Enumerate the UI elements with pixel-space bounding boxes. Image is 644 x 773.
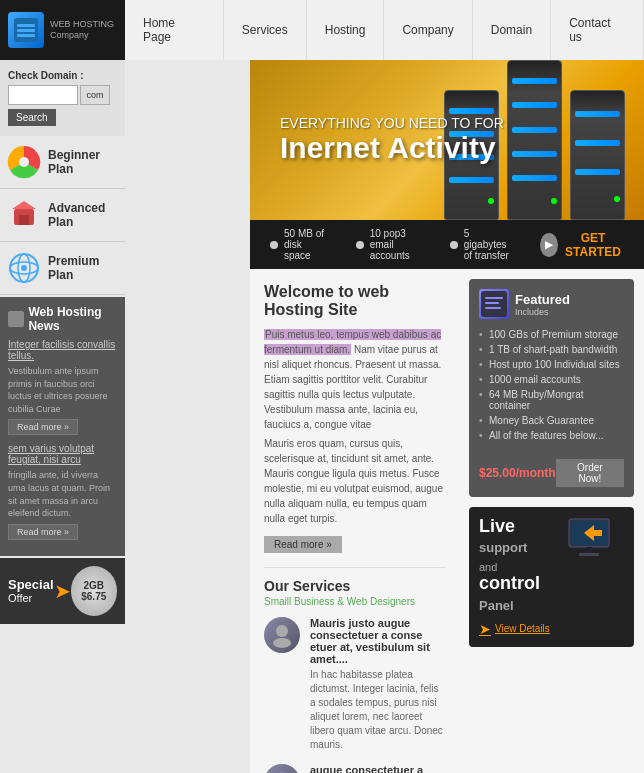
- logo-title: WEB HOSTING: [50, 19, 114, 30]
- nav-home[interactable]: Home Page: [125, 0, 224, 60]
- domain-ext: com: [80, 85, 110, 105]
- svg-rect-23: [485, 297, 503, 299]
- service-content-1: Mauris justo augue consectetuer a conse …: [310, 617, 445, 752]
- server-light: [614, 196, 620, 202]
- hero-banner: EVERYTHING YOU NEED TO FOR Inernet Activ…: [250, 60, 644, 220]
- view-arrow-icon: ➤: [479, 621, 491, 637]
- featured-item-1: 100 GBs of Premium storage: [479, 327, 624, 342]
- premium-plan-label: Premium Plan: [48, 254, 119, 282]
- control-text: control Panel: [479, 573, 564, 615]
- hero-subtitle: EVERYTHING YOU NEED TO FOR: [280, 115, 504, 131]
- featured-header: Featured Includes: [479, 289, 624, 319]
- feature-bullet: [450, 241, 458, 249]
- svg-point-5: [19, 157, 29, 167]
- plan-premium[interactable]: Premium Plan: [0, 242, 125, 295]
- logo-text: WEB HOSTING Company: [50, 19, 114, 41]
- svg-rect-8: [19, 215, 29, 225]
- offer-special: Special: [8, 577, 54, 592]
- features-strip: 50 MB of disk space 10 pop3 email accoun…: [250, 220, 644, 269]
- nav-hosting[interactable]: Hosting: [307, 0, 385, 60]
- featured-item-2: 1 TB of shart-path bandwidth: [479, 342, 624, 357]
- featured-title-block: Featured Includes: [515, 292, 570, 317]
- feature-label-3: 5 gigabytes of transfer: [464, 228, 510, 261]
- svg-marker-7: [12, 201, 36, 209]
- featured-item-4: 1000 email accounts: [479, 372, 624, 387]
- nav-services[interactable]: Services: [224, 0, 307, 60]
- logo-area: WEB HOSTING Company: [0, 0, 125, 60]
- offer-price: $6.75: [81, 591, 106, 602]
- featured-list: 100 GBs of Premium storage 1 TB of shart…: [479, 327, 624, 443]
- body-wrapper: Check Domain : com Search Beginner Plan: [0, 60, 644, 773]
- feature-3: 5 gigabytes of transfer: [450, 228, 510, 261]
- plan-beginner[interactable]: Beginner Plan: [0, 136, 125, 189]
- view-details-link[interactable]: ➤ View Details: [479, 621, 624, 637]
- welcome-read-more[interactable]: Read more »: [264, 536, 342, 553]
- featured-item-7: All of the features below...: [479, 428, 624, 443]
- hero-title: Inernet Activity: [280, 131, 504, 165]
- service-text-1: In hac habitasse platea dictumst. Intege…: [310, 668, 445, 752]
- live-support-text: Live support and control Panel: [479, 517, 564, 615]
- news-read-more-1[interactable]: Read more »: [8, 419, 78, 435]
- news-text-2: fringilla ante, id viverra uma lacus at …: [8, 469, 117, 519]
- svg-rect-24: [485, 302, 499, 304]
- featured-section: Featured Includes 100 GBs of Premium sto…: [469, 279, 634, 497]
- feature-bullet: [356, 241, 364, 249]
- content-main: Welcome to web Hosting Site Puis metus l…: [250, 269, 459, 773]
- news-title: Web Hosting News: [8, 305, 117, 333]
- news-read-more-2[interactable]: Read more »: [8, 524, 78, 540]
- server-3: [570, 90, 625, 220]
- service-title-2: augue consectetuer a conse etuer at vest…: [310, 764, 445, 773]
- news-icon: [8, 311, 24, 327]
- featured-title: Featured: [515, 292, 570, 307]
- featured-icon: [479, 289, 509, 319]
- nav-contact[interactable]: Contact us: [551, 0, 644, 60]
- services-subtitle: Smaill Business & Web Designers: [264, 596, 445, 607]
- advanced-plan-icon: [6, 197, 42, 233]
- premium-plan-icon: [6, 250, 42, 286]
- featured-price: $25.00/month: [479, 466, 556, 480]
- content-side: Featured Includes 100 GBs of Premium sto…: [459, 269, 644, 773]
- domain-input[interactable]: [8, 85, 78, 105]
- search-button[interactable]: Search: [8, 109, 56, 126]
- server-light: [551, 198, 557, 204]
- news-link-2[interactable]: sem varius volutpat feugiat, nisi arcu: [8, 443, 117, 465]
- get-started-button[interactable]: ▶ GET STARTED: [540, 231, 624, 259]
- server-slot: [575, 140, 620, 146]
- svg-rect-25: [485, 307, 501, 309]
- beginner-plan-label: Beginner Plan: [48, 148, 119, 176]
- server-slot: [575, 111, 620, 117]
- featured-item-3: Host upto 100 Individual sites: [479, 357, 624, 372]
- server-light: [488, 198, 494, 204]
- logo-subtitle: Company: [50, 30, 114, 41]
- service-avatar-1: [264, 617, 300, 653]
- header: WEB HOSTING Company Home Page Services H…: [0, 0, 644, 60]
- offer-label: Offer: [8, 592, 54, 604]
- nav-company[interactable]: Company: [384, 0, 472, 60]
- feature-2: 10 pop3 email accounts: [356, 228, 420, 261]
- live-support-section: Live support and control Panel: [469, 507, 634, 647]
- news-text-1: Vestibulum ante ipsum primis in faucibus…: [8, 365, 117, 415]
- services-heading: Our Services: [264, 578, 445, 594]
- service-item-2: augue consectetuer a conse etuer at vest…: [264, 764, 445, 773]
- svg-rect-1: [17, 24, 35, 27]
- offer-badge: 2GB $6.75: [71, 566, 117, 616]
- beginner-plan-icon: [6, 144, 42, 180]
- plan-advanced[interactable]: Advanced Plan: [0, 189, 125, 242]
- feature-label-1: 50 MB of disk space: [284, 228, 326, 261]
- service-avatar-2: [264, 764, 300, 773]
- service-content-2: augue consectetuer a conse etuer at vest…: [310, 764, 445, 773]
- feature-1: 50 MB of disk space: [270, 228, 326, 261]
- sidebar: Check Domain : com Search Beginner Plan: [0, 60, 125, 773]
- feature-label-2: 10 pop3 email accounts: [370, 228, 420, 261]
- svg-point-14: [273, 638, 291, 648]
- support-monitor-icon: [564, 517, 624, 567]
- order-now-button[interactable]: Order Now!: [556, 459, 624, 487]
- svg-rect-2: [17, 29, 35, 32]
- featured-item-6: Money Back Guarantee: [479, 413, 624, 428]
- news-link-1[interactable]: Integer facilisis convallis tellus.: [8, 339, 117, 361]
- live-support-header: Live support and control Panel: [479, 517, 624, 615]
- service-item-1: Mauris justo augue consectetuer a conse …: [264, 617, 445, 752]
- live-title: Live support: [479, 517, 564, 557]
- services-section: Our Services Smaill Business & Web Desig…: [264, 578, 445, 773]
- nav-domain[interactable]: Domain: [473, 0, 551, 60]
